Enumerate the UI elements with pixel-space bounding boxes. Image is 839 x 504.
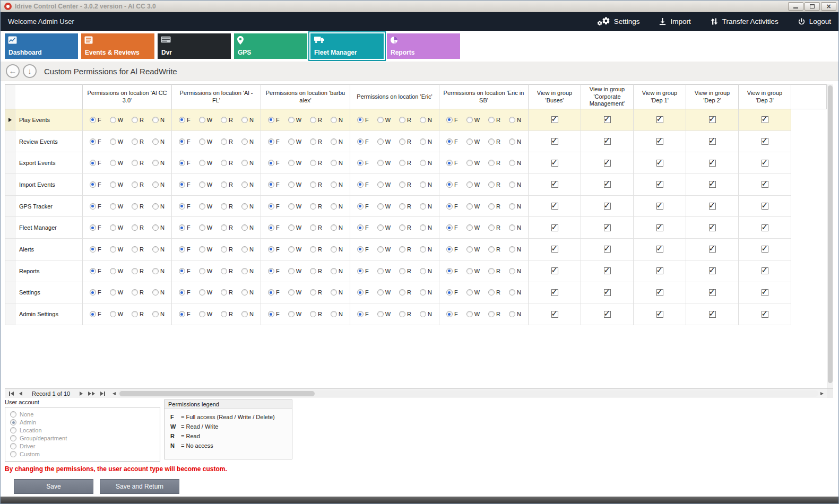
permission-radio-w[interactable]: W [199,289,212,296]
permission-radio-n[interactable]: N [241,246,254,253]
scroll-right-button[interactable] [818,390,826,397]
group-checkbox[interactable] [551,116,558,123]
save-button[interactable]: Save [14,479,93,494]
back-button[interactable] [6,64,20,78]
group-checkbox[interactable] [604,181,611,188]
permission-radio-r[interactable]: R [310,289,322,296]
group-checkbox[interactable] [709,116,716,123]
permission-radio-w[interactable]: W [377,311,391,317]
group-checkbox[interactable] [551,203,558,210]
permission-radio-f[interactable]: F [268,311,280,317]
permission-radio-w[interactable]: W [377,246,391,253]
group-checkbox[interactable] [709,138,716,145]
group-checkbox[interactable] [656,181,663,188]
permission-radio-f[interactable]: F [179,181,191,188]
permission-radio-r[interactable]: R [132,311,144,317]
tab-dvr[interactable]: Dvr [158,33,231,59]
permission-radio-n[interactable]: N [241,268,254,274]
permission-radio-n[interactable]: N [331,117,343,123]
permission-radio-n[interactable]: N [241,289,254,296]
permission-radio-r[interactable]: R [132,203,144,210]
close-button[interactable] [821,2,836,11]
permission-radio-n[interactable]: N [331,138,343,145]
permission-radio-r[interactable]: R [399,138,411,145]
permission-radio-w[interactable]: W [466,138,480,145]
permission-radio-f[interactable]: F [268,160,280,166]
permission-radio-f[interactable]: F [179,117,191,123]
permission-radio-w[interactable]: W [466,289,480,296]
permission-radio-n[interactable]: N [509,138,521,145]
permission-radio-f[interactable]: F [446,160,458,166]
permission-radio-n[interactable]: N [241,117,254,123]
permission-radio-r[interactable]: R [399,203,411,210]
permission-radio-w[interactable]: W [199,311,212,317]
permission-radio-r[interactable]: R [488,203,500,210]
permission-radio-r[interactable]: R [221,160,233,166]
permission-radio-r[interactable]: R [132,268,144,274]
permission-radio-r[interactable]: R [488,246,500,253]
group-checkbox[interactable] [709,203,716,210]
next-record-button[interactable] [80,392,83,396]
permission-radio-n[interactable]: N [420,138,432,145]
tab-fleet-manager[interactable]: Fleet Manager [310,33,384,59]
permission-radio-w[interactable]: W [466,246,480,253]
permission-radio-n[interactable]: N [152,289,165,296]
account-type-group-department[interactable]: Group/department [10,435,155,441]
permission-radio-f[interactable]: F [90,289,101,296]
permission-radio-w[interactable]: W [110,311,123,317]
group-checkbox[interactable] [656,311,663,318]
permission-radio-r[interactable]: R [221,311,233,317]
permission-radio-w[interactable]: W [377,268,391,274]
group-checkbox[interactable] [762,267,768,274]
permission-radio-f[interactable]: F [446,246,458,253]
group-checkbox[interactable] [762,116,768,123]
permission-radio-w[interactable]: W [288,246,301,253]
permission-radio-n[interactable]: N [331,311,343,317]
permission-radio-r[interactable]: R [488,181,500,188]
permission-radio-r[interactable]: R [310,268,322,274]
permission-radio-f[interactable]: F [446,224,458,231]
permission-radio-r[interactable]: R [399,268,411,274]
permission-radio-w[interactable]: W [199,181,212,188]
permission-radio-f[interactable]: F [357,138,369,145]
group-checkbox[interactable] [762,224,768,231]
permission-radio-f[interactable]: F [357,117,369,123]
permission-radio-n[interactable]: N [241,160,254,166]
permission-radio-n[interactable]: N [152,181,165,188]
permission-radio-f[interactable]: F [357,203,369,210]
permission-radio-r[interactable]: R [221,203,233,210]
permission-radio-r[interactable]: R [488,117,500,123]
scroll-down-button[interactable] [23,64,37,78]
permission-radio-n[interactable]: N [331,181,343,188]
permission-radio-n[interactable]: N [152,311,165,317]
permission-radio-f[interactable]: F [179,138,191,145]
permission-radio-w[interactable]: W [466,181,480,188]
permission-radio-r[interactable]: R [221,138,233,145]
permission-radio-w[interactable]: W [288,138,301,145]
permission-radio-f[interactable]: F [446,138,458,145]
account-type-admin[interactable]: Admin [10,419,155,425]
permission-radio-n[interactable]: N [152,246,165,253]
group-checkbox[interactable] [656,138,663,145]
permission-radio-n[interactable]: N [509,181,521,188]
permission-radio-w[interactable]: W [377,203,391,210]
permission-radio-w[interactable]: W [110,160,123,166]
permission-radio-f[interactable]: F [268,268,280,274]
permission-radio-r[interactable]: R [132,289,144,296]
permission-radio-w[interactable]: W [199,138,212,145]
next-page-button[interactable] [88,392,95,396]
permission-radio-r[interactable]: R [132,138,144,145]
permission-radio-r[interactable]: R [399,311,411,317]
permission-radio-f[interactable]: F [268,289,280,296]
action-settings[interactable]: Settings [597,16,640,27]
permission-radio-n[interactable]: N [509,246,521,253]
permission-radio-w[interactable]: W [199,117,212,123]
permission-radio-f[interactable]: F [179,289,191,296]
permission-radio-f[interactable]: F [90,160,101,166]
group-checkbox[interactable] [604,289,611,296]
horizontal-scroll-track[interactable] [118,390,818,397]
scroll-left-button[interactable] [110,390,118,397]
group-checkbox[interactable] [762,289,768,296]
permission-radio-r[interactable]: R [310,311,322,317]
group-checkbox[interactable] [656,203,663,210]
